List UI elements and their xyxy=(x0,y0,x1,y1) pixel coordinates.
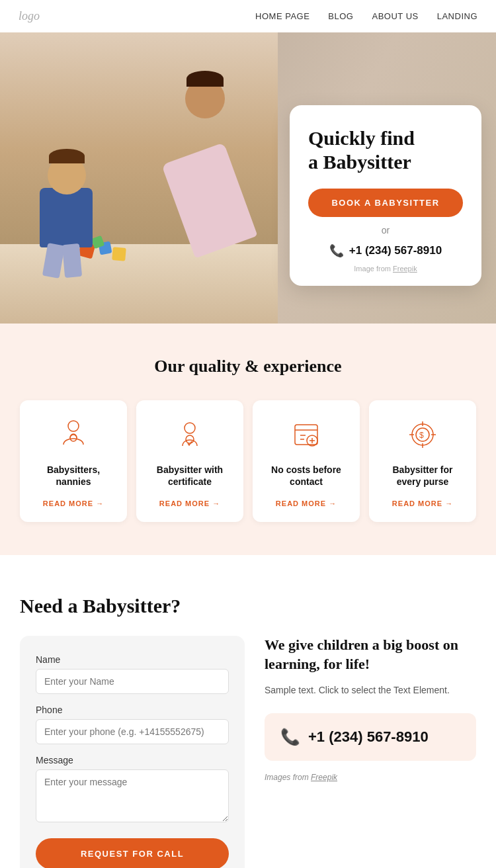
svg-point-0 xyxy=(68,421,79,431)
hero-section: Quickly find a Babysitter BOOK A BABYSIT… xyxy=(0,32,496,324)
header: logo HOME PAGE BLOG ABOUT US LANDING xyxy=(0,0,496,32)
book-babysitter-button[interactable]: BOOK A BABYSITTER xyxy=(308,189,463,217)
message-label: Message xyxy=(36,755,229,765)
info-title: We give children a big boost on learning… xyxy=(265,636,476,673)
service-title-1: Babysitters, nannies xyxy=(30,464,116,488)
hero-phone-number: +1 (234) 567-8910 xyxy=(349,244,442,257)
phone-label: Phone xyxy=(36,705,229,715)
nav-blog[interactable]: BLOG xyxy=(328,11,353,21)
images-credit: Images from Freepik xyxy=(265,773,476,782)
certificate-icon xyxy=(171,416,208,453)
svg-point-2 xyxy=(185,423,195,433)
message-textarea[interactable] xyxy=(36,769,229,822)
read-more-4[interactable]: READ MORE → xyxy=(392,499,453,507)
phone-form-group: Phone xyxy=(36,705,229,744)
need-title: Need a Babysitter? xyxy=(20,595,476,617)
info-phone-card: 📞 +1 (234) 567-8910 xyxy=(265,713,476,761)
service-title-3: No costs before contact xyxy=(263,464,349,488)
svg-point-3 xyxy=(186,435,194,443)
hero-phone-row: 📞 +1 (234) 567-8910 xyxy=(308,243,463,258)
hero-title: Quickly find a Babysitter xyxy=(308,126,463,174)
main-nav: HOME PAGE BLOG ABOUT US LANDING xyxy=(255,11,477,21)
read-more-3[interactable]: READ MORE → xyxy=(276,499,337,507)
nav-landing[interactable]: LANDING xyxy=(437,11,477,21)
hero-photo xyxy=(0,32,278,324)
service-title-4: Babysitter for every purse xyxy=(380,464,466,488)
nocosts-icon xyxy=(288,416,325,453)
nav-home[interactable]: HOME PAGE xyxy=(255,11,310,21)
service-card-certificate: Babysitter with certificate READ MORE → xyxy=(136,400,243,522)
phone-input[interactable] xyxy=(36,719,229,744)
read-more-2[interactable]: READ MORE → xyxy=(159,499,220,507)
need-section: Need a Babysitter? Name Phone Message RE… xyxy=(0,555,496,868)
service-card-nocosts: No costs before contact READ MORE → xyxy=(253,400,360,522)
quality-title: Our quality & experience xyxy=(20,357,476,376)
contact-form-container: Name Phone Message REQUEST FOR CALL xyxy=(20,636,245,868)
nav-about[interactable]: ABOUT US xyxy=(372,11,418,21)
service-title-2: Babysitter with certificate xyxy=(147,464,233,488)
hero-card: Quickly find a Babysitter BOOK A BABYSIT… xyxy=(290,105,481,286)
svg-rect-4 xyxy=(295,425,317,445)
service-card-babysitters: Babysitters, nannies READ MORE → xyxy=(20,400,127,522)
purse-icon: $ xyxy=(404,416,441,453)
name-label: Name xyxy=(36,654,229,665)
name-input[interactable] xyxy=(36,669,229,694)
info-phone-number: +1 (234) 567-8910 xyxy=(308,728,429,746)
quality-section: Our quality & experience Babysitters, na… xyxy=(0,324,496,555)
svg-text:$: $ xyxy=(419,431,424,440)
info-text: Sample text. Click to select the Text El… xyxy=(265,683,476,697)
need-layout: Name Phone Message REQUEST FOR CALL We g… xyxy=(20,636,476,868)
phone-card-icon: 📞 xyxy=(280,728,300,746)
freepik-link-info[interactable]: Freepik xyxy=(311,773,337,782)
or-divider: or xyxy=(308,225,463,236)
info-side: We give children a big boost on learning… xyxy=(265,636,476,781)
freepik-link-hero[interactable]: Freepik xyxy=(393,265,417,273)
request-call-button[interactable]: REQUEST FOR CALL xyxy=(36,838,229,868)
message-form-group: Message xyxy=(36,755,229,825)
hero-image-credit: Image from Freepik xyxy=(308,265,463,273)
logo: logo xyxy=(19,9,40,23)
babysitters-icon xyxy=(55,416,92,453)
read-more-1[interactable]: READ MORE → xyxy=(43,499,104,507)
phone-icon: 📞 xyxy=(329,243,344,258)
service-card-purse: $ Babysitter for every purse READ MORE → xyxy=(369,400,476,522)
name-form-group: Name xyxy=(36,654,229,694)
service-cards-grid: Babysitters, nannies READ MORE → Babysit… xyxy=(20,400,476,522)
